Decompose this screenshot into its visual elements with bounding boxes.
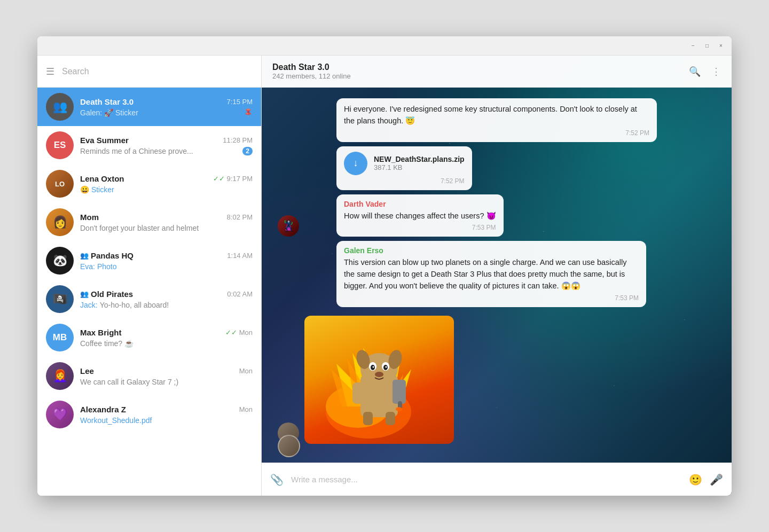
search-input[interactable] [62, 67, 253, 76]
svg-point-14 [375, 372, 383, 377]
svg-rect-17 [393, 380, 406, 404]
chat-name-lee: Lee [80, 366, 94, 375]
avatar-mom: 👩 [46, 208, 74, 236]
more-options-icon[interactable]: ⋮ [711, 66, 721, 77]
chat-time-lena-oxton: 9:17 PM [227, 175, 253, 183]
sticker-container [304, 316, 454, 444]
chat-item-mom[interactable]: 👩 Mom 8:02 PM Don't forget your blaster … [37, 203, 261, 241]
sender-name-darth: Darth Vader [344, 200, 496, 208]
file-message-2: ↓ NEW_DeathStar.plans.zip 387.1 KB [344, 152, 465, 175]
svg-rect-20 [363, 412, 373, 425]
message-row-5 [278, 316, 716, 444]
message-bubble-3: Darth Vader How will these changes affec… [336, 194, 504, 237]
chat-name-max-bright: Max Bright [80, 328, 122, 337]
search-chat-icon[interactable]: 🔍 [689, 66, 701, 77]
minimize-button[interactable]: − [689, 42, 697, 50]
search-wrapper [62, 67, 253, 76]
avatar-placeholder-4 [278, 286, 299, 307]
mic-icon[interactable]: 🎤 [710, 473, 723, 486]
chat-list: 👥 Death Star 3.0 7:15 PM Galen: 🚀 Sticke… [37, 88, 261, 496]
file-size: 387.1 KB [374, 163, 465, 171]
msg-time-2: 7:52 PM [344, 177, 465, 185]
chat-item-max-bright[interactable]: MB Max Bright ✓✓ Mon Coffee time? ☕ [37, 318, 261, 357]
chat-header-actions: 🔍 ⋮ [689, 66, 721, 77]
chat-item-lena-oxton[interactable]: LO Lena Oxton ✓✓ 9:17 PM 😀 Sticker [37, 165, 261, 203]
avatar-lena-oxton: LO [46, 170, 74, 198]
chat-item-old-pirates[interactable]: 🏴‍☠️ 👥 Old Pirates 0:02 AM Jack: Yo-ho-h… [37, 280, 261, 318]
msg-time-3: 7:53 PM [344, 224, 496, 231]
file-info: NEW_DeathStar.plans.zip 387.1 KB [374, 155, 465, 171]
chat-item-lee[interactable]: 👩‍🦰 Lee Mon We can call it Galaxy Star 7… [37, 357, 261, 395]
emoji-icon[interactable]: 🙂 [689, 473, 702, 486]
message-bubble-1: Hi everyone. I've redesigned some key st… [336, 98, 657, 142]
group-icon-pirates: 👥 [80, 290, 89, 298]
chat-name-pandas-hq: 👥 Pandas HQ [80, 251, 134, 260]
chat-time-eva-summer: 11:28 PM [223, 136, 253, 144]
avatar-alexandra-z: 💜 [46, 401, 74, 428]
svg-point-12 [373, 366, 374, 367]
avatar-placeholder-2 [278, 169, 299, 190]
avatar-galen-msg1 [278, 121, 299, 142]
chat-time-alexandra-z: Mon [239, 405, 253, 413]
chat-info-old-pirates: 👥 Old Pirates 0:02 AM Jack: Yo-ho-ho, al… [80, 290, 253, 309]
double-check-max: ✓✓ [225, 328, 237, 337]
msg-text-1: Hi everyone. I've redesigned some key st… [344, 104, 649, 127]
chat-item-pandas-hq[interactable]: 🐼 👥 Pandas HQ 1:14 AM Eva: Photo [37, 241, 261, 280]
chat-preview-eva-summer: Reminds me of a Chinese prove... 2 [80, 147, 253, 155]
svg-rect-15 [352, 382, 363, 404]
title-bar-buttons: − □ × [689, 42, 725, 50]
chat-preview-lena-oxton: 😀 Sticker [80, 185, 253, 194]
chat-preview-alexandra-z: Workout_Shedule.pdf [80, 416, 253, 425]
chat-name-mom: Mom [80, 213, 99, 222]
chat-header-info: Death Star 3.0 242 members, 112 online [272, 62, 351, 80]
chat-info-alexandra-z: Alexandra Z Mon Workout_Shedule.pdf [80, 405, 253, 425]
group-icon-pandas: 👥 [80, 252, 89, 260]
chat-name-alexandra-z: Alexandra Z [80, 405, 126, 414]
avatar-max-bright: MB [46, 324, 74, 351]
chat-preview-death-star: Galen: 🚀 Sticker 📌 [80, 108, 253, 117]
title-bar: − □ × [37, 36, 732, 56]
chat-time-max-bright: Mon [239, 328, 253, 337]
chat-header-name: Death Star 3.0 [272, 62, 351, 72]
chat-info-death-star: Death Star 3.0 7:15 PM Galen: 🚀 Sticker … [80, 97, 253, 117]
svg-point-19 [396, 407, 402, 411]
chat-time-death-star: 7:15 PM [227, 98, 253, 106]
chat-time-old-pirates: 0:02 AM [227, 290, 253, 298]
file-name: NEW_DeathStar.plans.zip [374, 155, 465, 163]
chat-preview-mom: Don't forget your blaster and helmet [80, 224, 253, 232]
chat-info-lee: Lee Mon We can call it Galaxy Star 7 ;) [80, 366, 253, 386]
message-row-1: Hi everyone. I've redesigned some key st… [278, 98, 716, 142]
badge-eva-summer: 2 [242, 147, 253, 155]
svg-rect-21 [386, 412, 395, 425]
double-check-lena: ✓✓ [213, 175, 225, 183]
chat-time-lee: Mon [239, 367, 253, 375]
attach-icon[interactable]: 📎 [270, 473, 284, 486]
msg-text-4: This version can blow up two planets on … [344, 257, 639, 292]
avatar-lee: 👩‍🦰 [46, 362, 74, 390]
chat-name-lena-oxton: Lena Oxton [80, 174, 124, 183]
chat-preview-pandas-hq: Eva: Photo [80, 262, 253, 271]
chat-preview-old-pirates: Jack: Yo-ho-ho, all aboard! [80, 301, 253, 309]
close-button[interactable]: × [717, 42, 725, 50]
chat-item-death-star[interactable]: 👥 Death Star 3.0 7:15 PM Galen: 🚀 Sticke… [37, 88, 261, 126]
app-window: − □ × ☰ 👥 [37, 36, 732, 496]
chat-item-alexandra-z[interactable]: 💜 Alexandra Z Mon Workout_Shedule.pdf [37, 395, 261, 434]
chat-item-eva-summer[interactable]: ES Eva Summer 11:28 PM Reminds me of a C… [37, 126, 261, 165]
chat-info-lena-oxton: Lena Oxton ✓✓ 9:17 PM 😀 Sticker [80, 174, 253, 194]
message-row-2: ↓ NEW_DeathStar.plans.zip 387.1 KB 7:52 … [278, 146, 716, 190]
avatar-death-star: 👥 [46, 93, 74, 121]
avatar-old-pirates: 🏴‍☠️ [46, 285, 74, 313]
avatar-darth: 🦹 [278, 215, 299, 237]
msg-text-3: How will these changes affect the users?… [344, 210, 496, 222]
chat-area: Death Star 3.0 242 members, 112 online 🔍… [262, 56, 732, 496]
file-download-button[interactable]: ↓ [344, 152, 367, 175]
maximize-button[interactable]: □ [703, 42, 711, 50]
chat-name-old-pirates: 👥 Old Pirates [80, 290, 133, 299]
chat-name-death-star: Death Star 3.0 [80, 97, 134, 106]
main-content: ☰ 👥 Death Star 3.0 7: [37, 56, 732, 496]
message-input[interactable] [291, 475, 681, 484]
chat-info-pandas-hq: 👥 Pandas HQ 1:14 AM Eva: Photo [80, 251, 253, 271]
chat-info-mom: Mom 8:02 PM Don't forget your blaster an… [80, 213, 253, 232]
menu-icon[interactable]: ☰ [46, 66, 54, 77]
chat-info-max-bright: Max Bright ✓✓ Mon Coffee time? ☕ [80, 328, 253, 348]
